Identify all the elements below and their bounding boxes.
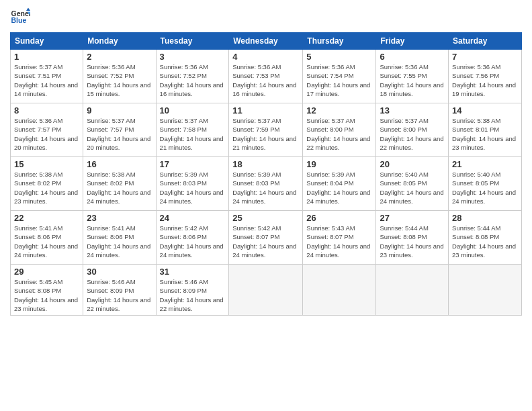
day-number: 8: [14, 105, 79, 116]
calendar-cell: 29Sunrise: 5:45 AMSunset: 8:08 PMDayligh…: [11, 265, 83, 316]
calendar-cell: 9Sunrise: 5:37 AMSunset: 7:57 PMDaylight…: [83, 103, 156, 157]
calendar-cell: 30Sunrise: 5:46 AMSunset: 8:09 PMDayligh…: [83, 265, 156, 316]
calendar-cell: [229, 265, 303, 316]
day-header-monday: Monday: [83, 33, 156, 50]
calendar-cell: 6Sunrise: 5:36 AMSunset: 7:55 PMDaylight…: [376, 50, 449, 103]
logo: General Blue: [10, 7, 30, 27]
week-row-2: 8Sunrise: 5:36 AMSunset: 7:57 PMDaylight…: [11, 103, 522, 157]
day-number: 23: [87, 213, 152, 223]
calendar-cell: 1Sunrise: 5:37 AMSunset: 7:51 PMDaylight…: [11, 50, 83, 103]
day-number: 10: [160, 105, 226, 116]
page: General Blue SundayMondayTuesdayWednesda…: [0, 0, 532, 411]
day-number: 12: [306, 105, 372, 116]
day-number: 26: [306, 213, 372, 223]
day-number: 13: [380, 105, 445, 116]
header: General Blue: [10, 7, 522, 27]
calendar-cell: 20Sunrise: 5:40 AMSunset: 8:05 PMDayligh…: [376, 157, 449, 211]
calendar-cell: 11Sunrise: 5:37 AMSunset: 7:59 PMDayligh…: [229, 103, 303, 157]
day-number: 31: [160, 267, 226, 277]
day-header-wednesday: Wednesday: [229, 33, 303, 50]
day-number: 25: [232, 213, 299, 223]
day-number: 2: [87, 52, 152, 62]
day-number: 7: [452, 52, 518, 62]
day-info: Sunrise: 5:39 AMSunset: 8:03 PMDaylight:…: [160, 170, 226, 205]
day-info: Sunrise: 5:44 AMSunset: 8:08 PMDaylight:…: [380, 224, 445, 259]
calendar-cell: 5Sunrise: 5:36 AMSunset: 7:54 PMDaylight…: [303, 50, 376, 103]
calendar-cell: 19Sunrise: 5:39 AMSunset: 8:04 PMDayligh…: [303, 157, 376, 211]
day-number: 3: [160, 52, 226, 62]
day-info: Sunrise: 5:37 AMSunset: 8:00 PMDaylight:…: [380, 116, 445, 152]
day-info: Sunrise: 5:37 AMSunset: 7:59 PMDaylight:…: [232, 116, 299, 152]
calendar-cell: 12Sunrise: 5:37 AMSunset: 8:00 PMDayligh…: [303, 103, 376, 157]
day-number: 27: [380, 213, 445, 223]
day-number: 11: [232, 105, 299, 116]
day-number: 1: [14, 52, 79, 62]
day-info: Sunrise: 5:36 AMSunset: 7:52 PMDaylight:…: [87, 62, 152, 98]
calendar-cell: 26Sunrise: 5:43 AMSunset: 8:07 PMDayligh…: [303, 211, 376, 265]
calendar-cell: 25Sunrise: 5:42 AMSunset: 8:07 PMDayligh…: [229, 211, 303, 265]
day-info: Sunrise: 5:46 AMSunset: 8:09 PMDaylight:…: [87, 277, 152, 313]
calendar: SundayMondayTuesdayWednesdayThursdayFrid…: [10, 32, 522, 316]
day-info: Sunrise: 5:36 AMSunset: 7:56 PMDaylight:…: [452, 62, 518, 98]
day-number: 28: [452, 213, 518, 223]
day-number: 6: [380, 52, 445, 62]
calendar-cell: 31Sunrise: 5:46 AMSunset: 8:09 PMDayligh…: [156, 265, 229, 316]
calendar-cell: 21Sunrise: 5:40 AMSunset: 8:05 PMDayligh…: [449, 157, 522, 211]
day-number: 29: [14, 267, 79, 277]
calendar-cell: 23Sunrise: 5:41 AMSunset: 8:06 PMDayligh…: [83, 211, 156, 265]
day-info: Sunrise: 5:39 AMSunset: 8:03 PMDaylight:…: [232, 170, 299, 205]
calendar-cell: 24Sunrise: 5:42 AMSunset: 8:06 PMDayligh…: [156, 211, 229, 265]
day-info: Sunrise: 5:42 AMSunset: 8:06 PMDaylight:…: [160, 224, 226, 259]
day-number: 20: [380, 159, 445, 169]
day-number: 24: [160, 213, 226, 223]
day-info: Sunrise: 5:38 AMSunset: 8:02 PMDaylight:…: [14, 170, 79, 205]
day-number: 22: [14, 213, 79, 223]
logo-icon: General Blue: [10, 7, 30, 27]
week-row-1: 1Sunrise: 5:37 AMSunset: 7:51 PMDaylight…: [11, 50, 522, 103]
calendar-cell: 2Sunrise: 5:36 AMSunset: 7:52 PMDaylight…: [83, 50, 156, 103]
day-number: 21: [452, 159, 518, 169]
day-info: Sunrise: 5:42 AMSunset: 8:07 PMDaylight:…: [232, 224, 299, 259]
day-info: Sunrise: 5:36 AMSunset: 7:57 PMDaylight:…: [14, 116, 79, 152]
week-row-4: 22Sunrise: 5:41 AMSunset: 8:06 PMDayligh…: [11, 211, 522, 265]
day-info: Sunrise: 5:36 AMSunset: 7:55 PMDaylight:…: [380, 62, 445, 98]
calendar-cell: 27Sunrise: 5:44 AMSunset: 8:08 PMDayligh…: [376, 211, 449, 265]
day-header-saturday: Saturday: [449, 33, 522, 50]
calendar-cell: 3Sunrise: 5:36 AMSunset: 7:52 PMDaylight…: [156, 50, 229, 103]
calendar-cell: [449, 265, 522, 316]
calendar-cell: 10Sunrise: 5:37 AMSunset: 7:58 PMDayligh…: [156, 103, 229, 157]
day-number: 16: [87, 159, 152, 169]
day-info: Sunrise: 5:40 AMSunset: 8:05 PMDaylight:…: [380, 170, 445, 205]
day-info: Sunrise: 5:36 AMSunset: 7:53 PMDaylight:…: [232, 62, 299, 98]
day-info: Sunrise: 5:41 AMSunset: 8:06 PMDaylight:…: [14, 224, 79, 259]
svg-text:Blue: Blue: [11, 16, 27, 24]
calendar-cell: 17Sunrise: 5:39 AMSunset: 8:03 PMDayligh…: [156, 157, 229, 211]
day-info: Sunrise: 5:37 AMSunset: 8:00 PMDaylight:…: [306, 116, 372, 152]
day-number: 9: [87, 105, 152, 116]
calendar-cell: 15Sunrise: 5:38 AMSunset: 8:02 PMDayligh…: [11, 157, 83, 211]
day-header-thursday: Thursday: [303, 33, 376, 50]
day-info: Sunrise: 5:45 AMSunset: 8:08 PMDaylight:…: [14, 277, 79, 313]
day-number: 15: [14, 159, 79, 169]
calendar-cell: 7Sunrise: 5:36 AMSunset: 7:56 PMDaylight…: [449, 50, 522, 103]
calendar-cell: 8Sunrise: 5:36 AMSunset: 7:57 PMDaylight…: [11, 103, 83, 157]
week-row-5: 29Sunrise: 5:45 AMSunset: 8:08 PMDayligh…: [11, 265, 522, 316]
day-number: 4: [232, 52, 299, 62]
day-info: Sunrise: 5:36 AMSunset: 7:52 PMDaylight:…: [160, 62, 226, 98]
day-number: 14: [452, 105, 518, 116]
day-number: 30: [87, 267, 152, 277]
day-number: 19: [306, 159, 372, 169]
calendar-cell: 16Sunrise: 5:38 AMSunset: 8:02 PMDayligh…: [83, 157, 156, 211]
calendar-cell: 4Sunrise: 5:36 AMSunset: 7:53 PMDaylight…: [229, 50, 303, 103]
calendar-cell: [376, 265, 449, 316]
day-info: Sunrise: 5:41 AMSunset: 8:06 PMDaylight:…: [87, 224, 152, 259]
day-info: Sunrise: 5:38 AMSunset: 8:01 PMDaylight:…: [452, 116, 518, 152]
calendar-cell: 18Sunrise: 5:39 AMSunset: 8:03 PMDayligh…: [229, 157, 303, 211]
day-header-tuesday: Tuesday: [156, 33, 229, 50]
day-header-friday: Friday: [376, 33, 449, 50]
day-header-sunday: Sunday: [11, 33, 83, 50]
calendar-cell: 13Sunrise: 5:37 AMSunset: 8:00 PMDayligh…: [376, 103, 449, 157]
calendar-cell: 22Sunrise: 5:41 AMSunset: 8:06 PMDayligh…: [11, 211, 83, 265]
day-info: Sunrise: 5:36 AMSunset: 7:54 PMDaylight:…: [306, 62, 372, 98]
day-info: Sunrise: 5:40 AMSunset: 8:05 PMDaylight:…: [452, 170, 518, 205]
